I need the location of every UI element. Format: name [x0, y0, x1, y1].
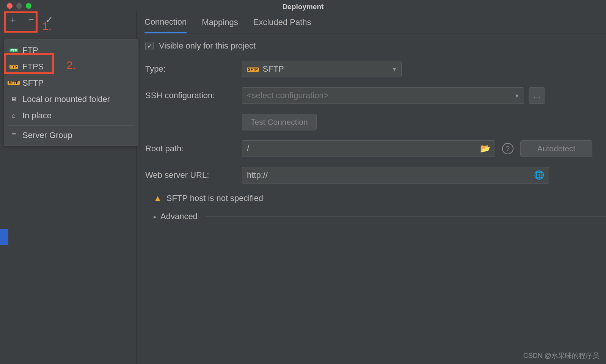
root-path-value: /: [247, 144, 249, 154]
tabs: Connection Mappings Excluded Paths: [137, 11, 606, 33]
ssh-config-select[interactable]: <select configuration> ▾: [242, 87, 524, 104]
tab-excluded[interactable]: Excluded Paths: [253, 17, 311, 33]
folder-open-icon[interactable]: 📂: [480, 144, 490, 154]
visible-checkbox-label: Visible only for this project: [159, 41, 256, 51]
web-url-input[interactable]: http:// 🌐: [242, 167, 549, 184]
globe-icon[interactable]: 🌐: [534, 170, 544, 180]
ssh-placeholder: <select configuration>: [247, 91, 328, 100]
menu-item-label: Local or mounted folder: [22, 94, 110, 104]
minus-icon: −: [28, 14, 34, 26]
ftps-icon: FTP: [9, 63, 18, 71]
ssh-label: SSH configuration:: [145, 91, 242, 100]
add-type-menu: FTP FTP FTP FTPS SFTP SFTP 🖥 Local or mo…: [4, 39, 138, 146]
chevron-down-icon: ▾: [515, 92, 518, 99]
content: Connection Mappings Excluded Paths ✓ Vis…: [137, 11, 606, 364]
menu-item-label: In place: [22, 111, 52, 121]
sftp-icon: SFTP: [247, 66, 259, 72]
type-value: SFTP: [263, 64, 284, 74]
autodetect-button[interactable]: Autodetect: [520, 140, 592, 157]
chevron-down-icon: ▾: [393, 66, 396, 73]
selection-indicator: [0, 229, 8, 245]
advanced-label: Advanced: [160, 212, 198, 221]
web-url-label: Web server URL:: [145, 170, 242, 180]
ellipsis-icon: …: [533, 91, 541, 100]
menu-item-ftp[interactable]: FTP FTP: [4, 42, 138, 58]
menu-item-sftp[interactable]: SFTP SFTP: [4, 75, 138, 91]
menu-item-group[interactable]: ≣ Server Group: [4, 127, 138, 143]
web-url-value: http://: [247, 170, 268, 180]
annotation-label-2: 2.: [66, 59, 76, 72]
test-connection-label: Test Connection: [251, 118, 308, 127]
visible-checkbox[interactable]: ✓: [145, 42, 154, 50]
chevron-right-icon: ▸: [154, 213, 157, 220]
menu-item-inplace[interactable]: ⌂ In place: [4, 107, 138, 124]
root-path-label: Root path:: [145, 144, 242, 154]
list-icon: ≣: [9, 131, 18, 140]
advanced-section[interactable]: ▸ Advanced: [154, 212, 606, 221]
connection-form: ✓ Visible only for this project Type: SF…: [137, 33, 606, 221]
help-icon[interactable]: ?: [502, 143, 513, 154]
tab-connection[interactable]: Connection: [144, 17, 187, 33]
menu-item-label: FTP: [22, 46, 38, 55]
menu-item-local[interactable]: 🖥 Local or mounted folder: [4, 91, 138, 107]
autodetect-label: Autodetect: [537, 144, 575, 153]
menu-separator: [8, 125, 134, 126]
warning-icon: ▲: [154, 193, 162, 203]
type-select[interactable]: SFTP SFTP ▾: [242, 61, 402, 77]
titlebar: Deployment: [0, 0, 606, 11]
plus-icon: +: [10, 14, 16, 26]
test-connection-button[interactable]: Test Connection: [242, 114, 317, 130]
sftp-icon: SFTP: [9, 79, 18, 87]
home-icon: ⌂: [9, 111, 18, 120]
window-title: Deployment: [0, 3, 606, 11]
sidebar-toolbar: + − ✓: [0, 11, 137, 28]
ssh-more-button[interactable]: …: [529, 87, 545, 104]
folder-icon: 🖥: [9, 95, 18, 104]
add-button[interactable]: +: [5, 12, 20, 27]
warning-row: ▲ SFTP host is not specified: [154, 193, 606, 203]
warning-text: SFTP host is not specified: [166, 193, 263, 203]
root-path-input[interactable]: / 📂: [242, 140, 495, 157]
type-label: Type:: [145, 64, 242, 74]
divider: [206, 217, 606, 217]
menu-item-label: SFTP: [22, 78, 44, 88]
menu-item-label: FTPS: [22, 62, 44, 72]
ftp-icon: FTP: [9, 46, 18, 55]
annotation-label-1: 1.: [42, 20, 52, 33]
menu-item-label: Server Group: [22, 130, 72, 140]
check-icon: ✓: [147, 42, 152, 50]
tab-mappings[interactable]: Mappings: [202, 17, 238, 33]
remove-button[interactable]: −: [24, 12, 39, 27]
watermark: CSDN @水果味的程序员: [523, 351, 599, 360]
